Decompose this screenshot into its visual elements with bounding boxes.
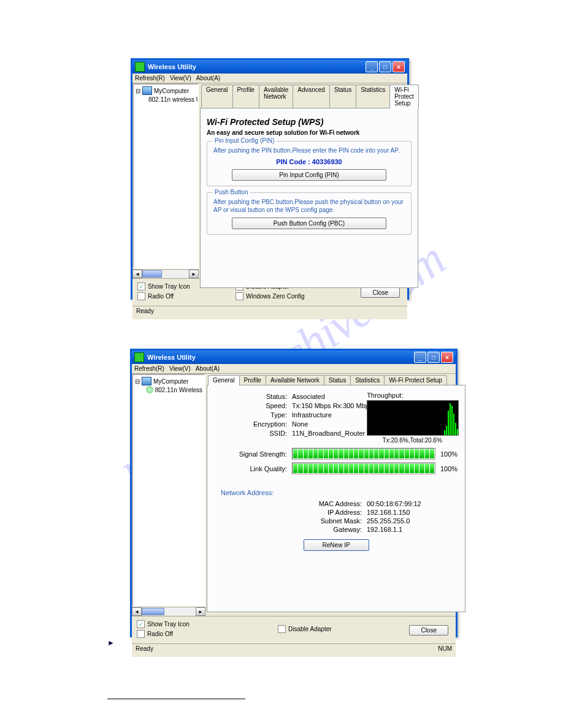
app-icon	[134, 352, 144, 362]
minimize-button[interactable]: _	[414, 352, 426, 363]
menu-refresh[interactable]: Refresh(R)	[135, 75, 165, 82]
renew-ip-button[interactable]: ReNew IP	[304, 539, 369, 551]
signal-pct: 100%	[440, 450, 458, 458]
throughput-label: Throughput:	[367, 392, 458, 399]
tab-general[interactable]: General	[201, 85, 233, 108]
tree-root[interactable]: MyComputer	[153, 378, 188, 385]
maximize-button[interactable]: □	[427, 352, 440, 363]
pin-legend: Pin Input Config (PIN)	[212, 137, 277, 144]
tab-statistics[interactable]: Statistics	[356, 85, 390, 108]
computer-icon	[142, 377, 151, 385]
app-icon	[135, 62, 145, 72]
tab-profile[interactable]: Profile	[239, 375, 266, 385]
signal-bar	[292, 448, 435, 460]
pbc-legend: Push Button	[212, 189, 250, 195]
tab-status[interactable]: Status	[324, 375, 351, 385]
status-value: Associated	[292, 393, 325, 400]
window-general: Wireless Utility _ □ × Refresh(R) View(V…	[130, 349, 458, 637]
close-button-bottom[interactable]: Close	[409, 625, 448, 635]
statusbar: Ready	[132, 306, 407, 319]
options-bar: ✓Show Tray Icon Radio Off Disable Adapte…	[132, 616, 456, 643]
tree-root[interactable]: MyComputer	[154, 88, 189, 94]
tab-available[interactable]: Available Network	[266, 375, 324, 385]
window-wps: Wireless Utility _ □ × Refresh(R) View(V…	[131, 58, 409, 300]
pin-config-button[interactable]: Pin Input Config (PIN)	[232, 169, 386, 181]
wps-panel: Wi-Fi Protected Setup (WPS) An easy and …	[200, 108, 418, 288]
tree-scrollbar[interactable]: ◄►	[132, 607, 205, 616]
close-button[interactable]: ×	[441, 352, 453, 363]
gateway-label: Gateway:	[221, 526, 367, 533]
pbc-config-button[interactable]: Push Button Config (PBC)	[232, 218, 386, 229]
pbc-group: Push Button After pushing the PBC button…	[207, 192, 412, 235]
computer-icon	[142, 86, 152, 95]
tree-adapter[interactable]: 802.11n Wireless	[155, 387, 202, 393]
ssid-value: 11N_Broadband_Router	[292, 430, 365, 437]
tab-available[interactable]: Available Network	[259, 85, 293, 108]
network-address-group: Network Address: MAC Address:00:50:18:67…	[215, 489, 458, 551]
zero-config-checkbox[interactable]: Windows Zero Config	[236, 292, 361, 300]
close-button-bottom[interactable]: Close	[361, 287, 400, 298]
tab-profile[interactable]: Profile	[232, 85, 259, 108]
radio-off-checkbox[interactable]: Radio Off	[137, 630, 223, 638]
device-tree[interactable]: ⊟MyComputer 802.11n Wireless	[132, 374, 205, 607]
titlebar: Wireless Utility _ □ ×	[132, 351, 456, 364]
device-tree[interactable]: ⊟MyComputer 802.11n wireless USB	[132, 83, 199, 269]
encryption-label: Encryption:	[215, 420, 292, 428]
menubar: Refresh(R) View(V) About(A)	[132, 74, 407, 83]
maximize-button[interactable]: □	[379, 61, 391, 72]
type-value: Infrastructure	[292, 411, 332, 419]
menu-refresh[interactable]: Refresh(R)	[134, 365, 164, 372]
gateway-value: 192.168.1.1	[367, 526, 402, 533]
wps-heading: Wi-Fi Protected Setup (WPS)	[207, 117, 412, 127]
tree-scrollbar[interactable]: ◄►	[132, 269, 199, 278]
throughput-text: Tx:20.6%,Total:20.6%	[367, 437, 458, 444]
footer-rule	[107, 699, 245, 699]
minimize-button[interactable]: _	[366, 61, 378, 72]
annotation-arrow: ►	[107, 639, 115, 647]
pin-desc: After pushing the PIN button.Please ente…	[213, 146, 405, 154]
menu-about[interactable]: About(A)	[196, 75, 220, 82]
link-bar	[292, 463, 435, 474]
pin-code: PIN Code : 40336930	[213, 158, 405, 165]
titlebar: Wireless Utility _ □ ×	[132, 60, 407, 74]
window-title: Wireless Utility	[147, 354, 413, 361]
menu-view[interactable]: View(V)	[170, 75, 191, 82]
mac-value: 00:50:18:67:99:12	[367, 500, 421, 507]
window-title: Wireless Utility	[148, 63, 364, 70]
pbc-desc: After pushing the PBC button.Please push…	[213, 198, 405, 214]
mask-value: 255.255.255.0	[367, 517, 410, 525]
ip-label: IP Address:	[221, 509, 367, 516]
tab-wps[interactable]: Wi-Fi Protect Setup	[389, 85, 419, 108]
disable-adapter-checkbox[interactable]: Disable Adapter	[278, 625, 409, 633]
mask-label: Subnet Mask:	[221, 517, 367, 525]
show-tray-checkbox[interactable]: ✓Show Tray Icon	[137, 620, 223, 628]
link-label: Link Quality:	[215, 465, 292, 472]
speed-value: Tx:150 Mbps Rx:300 Mbps	[292, 402, 372, 409]
show-tray-checkbox[interactable]: ✓Show Tray Icon	[137, 282, 205, 290]
menu-about[interactable]: About(A)	[196, 365, 220, 372]
pin-group: Pin Input Config (PIN) After pushing the…	[207, 141, 412, 186]
throughput-widget: Throughput: Tx:20.6%,Total:20.6%	[367, 392, 458, 444]
tab-statistics[interactable]: Statistics	[350, 375, 385, 385]
tree-adapter[interactable]: 802.11n wireless USB	[148, 96, 199, 103]
general-panel: Throughput: Tx:20.6%,Total:20.6% Status:…	[207, 385, 465, 612]
tab-wps[interactable]: Wi-Fi Protect Setup	[384, 375, 447, 385]
tab-bar: General Profile Available Network Advanc…	[201, 85, 418, 108]
type-label: Type:	[215, 411, 292, 419]
status-label: Status:	[215, 393, 292, 400]
tab-general[interactable]: General	[208, 375, 240, 385]
tab-status[interactable]: Status	[329, 85, 356, 108]
menu-view[interactable]: View(V)	[169, 365, 191, 372]
menubar: Refresh(R) View(V) About(A)	[132, 364, 456, 374]
radio-off-checkbox[interactable]: Radio Off	[137, 292, 205, 300]
adapter-icon	[146, 386, 153, 393]
mac-label: MAC Address:	[221, 500, 367, 507]
ssid-label: SSID:	[215, 430, 292, 437]
wps-subheading: An easy and secure setup solution for Wi…	[207, 129, 412, 136]
tab-advanced[interactable]: Advanced	[293, 85, 329, 108]
close-button[interactable]: ×	[393, 61, 405, 72]
statusbar: ReadyNUM	[132, 643, 456, 657]
signal-label: Signal Strength:	[215, 450, 292, 458]
encryption-value: None	[292, 420, 308, 428]
speed-label: Speed:	[215, 402, 292, 409]
